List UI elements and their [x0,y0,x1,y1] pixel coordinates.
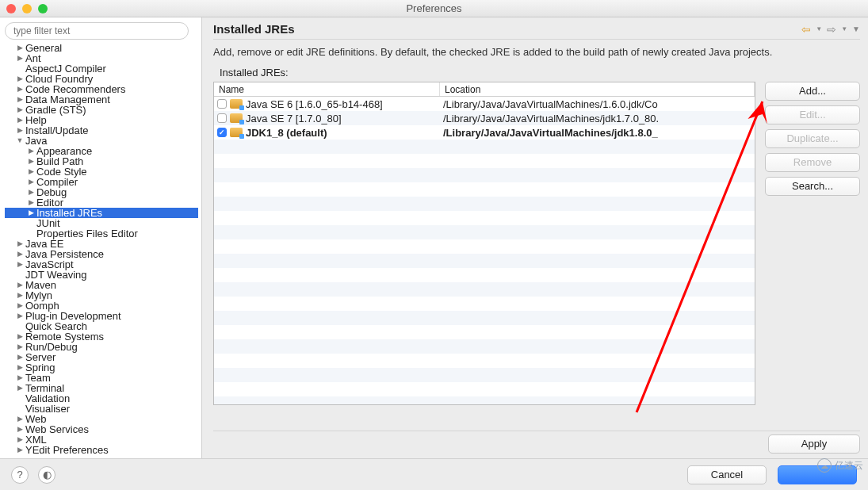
menu-icon[interactable]: ▼ [852,25,860,33]
jre-name: Java SE 7 [1.7.0_80] [246,113,342,124]
tree-item[interactable]: ▶Debug [5,187,198,197]
jre-name: JDK1_8 (default) [246,127,327,139]
disclosure-icon[interactable]: ▶ [16,383,24,393]
column-name[interactable]: Name [214,82,440,96]
jre-icon [230,128,243,137]
disclosure-icon[interactable]: ▶ [27,208,35,218]
tree-item[interactable]: ▶Installed JREs [5,208,198,218]
disclosure-icon[interactable]: ▶ [27,197,35,208]
disclosure-icon[interactable]: ▶ [16,414,24,424]
watermark-text: 亿速云 [835,459,863,473]
disclosure-icon[interactable]: ▼ [16,136,24,146]
tree-item[interactable]: ▼Java [5,136,198,146]
checkbox[interactable] [217,113,227,123]
disclosure-icon[interactable]: ▶ [16,125,24,136]
jre-location: /Library/Java/JavaVirtualMachines/jdk1.8… [440,127,755,139]
description-text: Add, remove or edit JRE definitions. By … [213,46,860,59]
table-row[interactable]: Java SE 6 [1.6.0_65-b14-468]/Library/Jav… [214,97,755,111]
disclosure-icon[interactable]: ▶ [27,177,35,187]
jre-location: /Library/Java/JavaVirtualMachines/1.6.0.… [440,98,755,110]
disclosure-icon[interactable]: ▶ [16,249,24,259]
page-title: Installed JREs [213,22,295,36]
disclosure-icon[interactable]: ▶ [16,311,24,321]
disclosure-icon[interactable]: ▶ [16,239,24,249]
jre-name: Java SE 6 [1.6.0_65-b14-468] [246,98,383,110]
remove-button[interactable]: Remove [765,153,860,172]
tree-item[interactable]: ▶Appearance [5,146,198,156]
cloud-icon: ☁ [817,458,832,473]
table-label: Installed JREs: [220,67,860,78]
disclosure-icon[interactable]: ▶ [16,84,24,94]
main-panel: Installed JREs ⇦ ▼ ⇨ ▼ ▼ Add, remove or … [202,17,868,458]
cancel-button[interactable]: Cancel [687,465,767,484]
disclosure-icon[interactable]: ▶ [16,445,24,455]
window-title: Preferences [0,2,868,14]
nav-icons: ⇦ ▼ ⇨ ▼ ▼ [801,23,860,36]
checkbox[interactable]: ✓ [217,128,227,137]
disclosure-icon[interactable]: ▶ [16,53,24,63]
disclosure-icon[interactable]: ▶ [16,424,24,434]
disclosure-icon[interactable]: ▶ [16,301,24,311]
disclosure-icon[interactable]: ▶ [16,331,24,342]
disclosure-icon[interactable]: ▶ [27,146,35,156]
checkbox[interactable] [217,99,227,109]
watermark: ☁ 亿速云 [817,458,863,473]
disclosure-icon[interactable]: ▶ [27,187,35,197]
jre-location: /Library/Java/JavaVirtualMachines/jdk1.7… [440,113,755,124]
filter-input[interactable] [5,22,189,40]
disclosure-icon[interactable]: ▶ [16,434,24,445]
duplicate-button[interactable]: Duplicate... [765,129,860,148]
disclosure-icon[interactable]: ▶ [16,373,24,383]
apply-button[interactable]: Apply [768,434,860,454]
disclosure-icon[interactable]: ▶ [16,342,24,352]
help-icon[interactable]: ? [11,466,29,484]
table-header: Name Location [214,82,755,97]
disclosure-icon[interactable]: ▶ [27,167,35,177]
tree-item[interactable]: ▶YEdit Preferences [5,445,198,455]
disclosure-icon[interactable]: ▶ [16,74,24,84]
dialog-footer: ? ◐ Cancel [0,458,868,490]
disclosure-icon[interactable]: ▶ [16,94,24,105]
jre-icon [230,113,243,123]
disclosure-icon[interactable]: ▶ [16,362,24,373]
progress-icon[interactable]: ◐ [38,466,55,484]
sidebar: ▶General▶AntAspectJ Compiler▶Cloud Found… [0,17,202,458]
disclosure-icon[interactable]: ▶ [16,105,24,115]
search-button[interactable]: Search... [765,177,860,196]
table-row[interactable]: ✓JDK1_8 (default)/Library/Java/JavaVirtu… [214,125,755,140]
title-bar: Preferences [0,0,868,17]
disclosure-icon[interactable]: ▶ [16,290,24,301]
forward-icon[interactable]: ⇨ [827,23,836,36]
tree-item-label: YEdit Preferences [25,445,109,455]
dropdown-icon[interactable]: ▼ [841,25,847,33]
tree-item[interactable]: ▶Build Path [5,156,198,167]
edit-button[interactable]: Edit... [765,105,860,124]
table-body: Java SE 6 [1.6.0_65-b14-468]/Library/Jav… [214,97,755,404]
disclosure-icon[interactable]: ▶ [27,156,35,167]
tree-item[interactable]: ▶Compiler [5,177,198,187]
column-location[interactable]: Location [440,82,755,96]
side-buttons: Add... Edit... Duplicate... Remove Searc… [765,82,860,426]
add-button[interactable]: Add... [765,82,860,101]
disclosure-icon[interactable]: ▶ [16,280,24,290]
dropdown-icon[interactable]: ▼ [816,25,822,33]
disclosure-icon[interactable]: ▶ [16,43,24,53]
table-row[interactable]: Java SE 7 [1.7.0_80]/Library/Java/JavaVi… [214,111,755,125]
preferences-tree: ▶General▶AntAspectJ Compiler▶Cloud Found… [5,43,198,455]
jre-icon [230,99,243,109]
disclosure-icon[interactable]: ▶ [16,352,24,362]
back-icon[interactable]: ⇦ [801,23,811,36]
tree-item[interactable]: ▶Code Style [5,167,198,177]
jre-table: Name Location Java SE 6 [1.6.0_65-b14-46… [213,82,755,405]
disclosure-icon[interactable]: ▶ [16,259,24,270]
disclosure-icon[interactable]: ▶ [16,115,24,125]
